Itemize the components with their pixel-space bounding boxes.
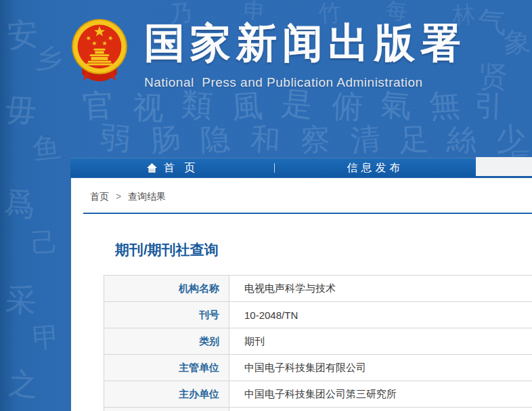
- field-value: 10-2048/TN: [229, 302, 532, 328]
- field-label: 主办单位: [104, 381, 229, 408]
- table-row: 主办单位 中国电子科技集团公司第三研究所: [104, 381, 532, 408]
- nav-active-tab[interactable]: [476, 157, 532, 176]
- breadcrumb-separator: >: [116, 191, 121, 202]
- table-row: 机构名称 电视电声科学与技术: [104, 276, 532, 302]
- table-row: 刊号 10-2048/TN: [104, 302, 532, 328]
- national-emblem-icon: [70, 18, 129, 85]
- field-label: 刊号: [104, 302, 229, 328]
- field-label: 机构名称: [104, 276, 229, 302]
- home-icon: [146, 163, 158, 173]
- main-nav: 首 页 信息发布: [70, 158, 532, 177]
- site-subtitle: National Press and Publication Administr…: [144, 75, 466, 90]
- result-table: 机构名称 电视电声科学与技术 刊号 10-2048/TN 类别 期刊 主管单位 …: [104, 275, 532, 411]
- page-title: 期刊/期刊社查询: [115, 241, 532, 258]
- breadcrumb: 首页 > 查询结果: [90, 191, 532, 203]
- field-label: 主管单位: [104, 355, 229, 381]
- content-panel: 首页 > 查询结果 期刊/期刊社查询 机构名称 电视电声科学与技术 刊号 10-…: [71, 178, 532, 411]
- nav-item-home[interactable]: 首 页: [70, 158, 274, 177]
- nav-item-label: 信息发布: [347, 161, 404, 175]
- field-value: 中国电子科技集团有限公司: [229, 355, 532, 381]
- site-brand: 国家新闻出版署 National Press and Publication A…: [144, 16, 466, 90]
- field-label: [104, 408, 229, 411]
- field-value: 中国电子科技集团公司第三研究所: [229, 381, 532, 408]
- site-header: 国家新闻出版署 National Press and Publication A…: [0, 0, 532, 158]
- breadcrumb-current: 查询结果: [128, 191, 166, 202]
- site-title: 国家新闻出版署: [144, 16, 466, 71]
- table-row: 类别 期刊: [104, 328, 532, 355]
- national-emblem-logo: [70, 18, 129, 85]
- nav-item-label: 首 页: [164, 161, 198, 175]
- breadcrumb-divider-line: [83, 213, 532, 214]
- table-row: 主管单位 中国电子科技集团有限公司: [104, 355, 532, 381]
- table-row-partial: [104, 408, 532, 411]
- nav-item-info-release[interactable]: 信息发布: [275, 158, 476, 177]
- field-label: 类别: [104, 328, 229, 355]
- field-value: 期刊: [229, 328, 532, 355]
- field-value: 电视电声科学与技术: [229, 276, 532, 302]
- field-value: [229, 408, 532, 411]
- breadcrumb-home-link[interactable]: 首页: [90, 191, 109, 202]
